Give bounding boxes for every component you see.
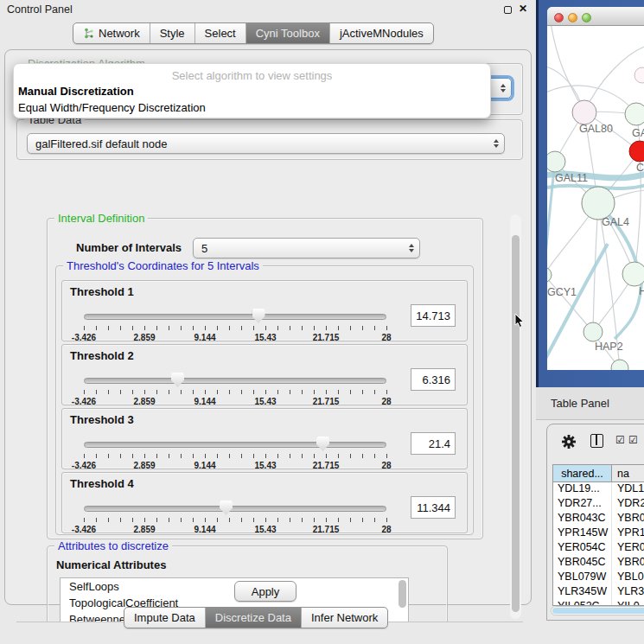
slider-track[interactable] (84, 314, 386, 320)
network-icon (83, 28, 94, 39)
gear-icon[interactable] (561, 434, 577, 450)
table-row[interactable]: YIL052CYIL0 (553, 600, 644, 606)
table-cell[interactable]: YLR345W (553, 585, 612, 600)
zoom-traffic-light-icon[interactable] (582, 13, 591, 22)
threshold-value-field[interactable] (411, 304, 456, 327)
slider-track[interactable] (84, 378, 386, 384)
list-scrollbar[interactable] (399, 580, 406, 608)
table-cell[interactable]: YBR0 (612, 556, 644, 571)
tab-discretize-data[interactable]: Discretize Data (205, 608, 301, 628)
group-title: Interval Definition (54, 213, 148, 225)
threshold-value-field[interactable] (411, 432, 456, 455)
slider-thumb[interactable] (316, 437, 329, 451)
column-layout-icon[interactable] (590, 434, 603, 448)
slider-tick-labels: -3.4262.8599.14415.4321.71528 (84, 333, 386, 343)
scrollbar-thumb[interactable] (552, 608, 644, 614)
table-row[interactable]: YER054CYER0 (553, 541, 644, 556)
table-cell[interactable]: YIL0 (612, 600, 644, 606)
network-node-red-node[interactable] (629, 141, 644, 162)
table-row[interactable]: YBR043CYBR0 (553, 512, 644, 526)
column-header-shared[interactable]: shared... (553, 465, 612, 481)
checkbox-icon[interactable]: ☑ (628, 434, 638, 446)
table-cell[interactable]: YBL079W (553, 571, 612, 585)
slider-thumb[interactable] (171, 373, 184, 387)
table-cell[interactable]: YBL0 (612, 571, 644, 585)
horizontal-scrollbar[interactable] (551, 606, 644, 615)
table-row[interactable]: YBL079WYBL0 (553, 571, 644, 585)
slider-track[interactable] (84, 506, 386, 512)
threshold-slider[interactable]: -3.4262.8599.14415.4321.71528 (81, 435, 389, 469)
table-row[interactable]: YDL19...YDL1 (553, 482, 644, 497)
network-node-GAL80[interactable] (572, 100, 596, 124)
table-cell[interactable]: YDR27... (553, 497, 612, 512)
network-window-titlebar[interactable] (547, 7, 644, 26)
apply-button[interactable]: Apply (234, 581, 296, 602)
threshold-slider[interactable]: -3.4262.8599.14415.4321.71528 (81, 371, 389, 405)
slider-tick-labels: -3.4262.8599.14415.4321.71528 (84, 397, 386, 407)
table-cell[interactable]: YER0 (612, 541, 644, 556)
tab-infer-network[interactable]: Infer Network (301, 608, 387, 628)
network-node-HAP2[interactable] (583, 322, 603, 341)
threshold-value-field[interactable] (411, 496, 456, 519)
close-traffic-light-icon[interactable] (554, 13, 564, 22)
combobox-stepper-icon (409, 244, 414, 252)
table-cell[interactable]: YDL19... (553, 482, 612, 497)
threshold-slider[interactable]: -3.4262.8599.14415.4321.71528 (81, 307, 389, 341)
float-window-icon[interactable] (504, 6, 512, 14)
tab-cyni-toolbox[interactable]: Cyni Toolbox (245, 23, 329, 43)
column-header-name[interactable]: na (612, 465, 644, 481)
table-cell[interactable]: YPR1 (612, 526, 644, 541)
network-node-GAL4[interactable] (582, 187, 615, 220)
scrollbar-thumb[interactable] (512, 235, 520, 612)
network-node-label: H (639, 285, 644, 297)
table-cell[interactable]: YER054C (553, 541, 612, 556)
network-node-GAL-partial[interactable] (625, 103, 644, 125)
table-cell[interactable]: YIL052C (553, 600, 612, 606)
minimize-traffic-light-icon[interactable] (568, 13, 577, 22)
threshold-value-field[interactable] (411, 368, 456, 391)
slider-ticks (84, 390, 386, 394)
group-title: Threshold's Coordinates for 5 Intervals (63, 259, 263, 272)
bottom-tab-bar: Impute DataDiscretize DataInfer Network (124, 607, 388, 628)
table-panel-titlebar: Table Panel (536, 387, 644, 420)
dropdown-option-manual[interactable]: Manual Discretization (14, 84, 490, 99)
table-cell[interactable]: YBR045C (553, 556, 612, 571)
dropdown-hint: Select algorithm to view settings (14, 69, 490, 82)
node-attribute-table: shared... na YDL19...YDL1YDR27...YDR2YBR… (552, 464, 644, 606)
slider-thumb[interactable] (220, 501, 233, 515)
checkbox-icon[interactable]: ☑ (615, 434, 625, 446)
dropdown-option-equal-width[interactable]: Equal Width/Frequency Discretization (14, 100, 490, 115)
slider-thumb[interactable] (252, 309, 265, 323)
tab-style[interactable]: Style (150, 23, 194, 43)
numerical-attributes-label: Numerical Attributes (56, 558, 166, 571)
tab-jactivemnodules[interactable]: jActiveMNodules (329, 23, 433, 43)
num-intervals-combobox[interactable]: 5 (193, 238, 420, 258)
vertical-scrollbar[interactable] (510, 214, 521, 619)
table-row[interactable]: YDR27...YDR2 (553, 497, 644, 512)
table-row[interactable]: YLR345WYLR3 (553, 585, 644, 600)
table-cell[interactable]: YBR043C (553, 512, 612, 526)
table-cell[interactable]: YBR0 (612, 512, 644, 526)
table-cell[interactable]: YDL1 (612, 482, 644, 497)
num-intervals-value: 5 (201, 242, 409, 255)
table-cell[interactable]: YDR2 (612, 497, 644, 512)
table-data-combobox[interactable]: galFiltered.sif default node (27, 133, 505, 154)
slider-track[interactable] (84, 442, 386, 448)
close-icon[interactable]: ✕ (519, 3, 527, 15)
network-node-H-partial[interactable] (622, 262, 644, 286)
combobox-stepper-icon (501, 84, 506, 92)
table-cell[interactable]: YLR3 (612, 585, 644, 600)
table-cell[interactable]: YPR145W (553, 526, 612, 541)
threshold-3-box: Threshold 3-3.4262.8599.14415.4321.71528 (61, 408, 468, 469)
tab-network[interactable]: Network (73, 23, 150, 43)
network-node-top-faint[interactable] (634, 67, 644, 83)
tab-select[interactable]: Select (194, 23, 245, 43)
table-row[interactable]: YBR045CYBR0 (553, 556, 644, 571)
threshold-label: Threshold 3 (70, 413, 134, 426)
network-node-GAL11[interactable] (547, 151, 565, 172)
threshold-slider[interactable]: -3.4262.8599.14415.4321.71528 (81, 499, 389, 533)
table-row[interactable]: YPR145WYPR1 (553, 526, 644, 541)
tab-impute-data[interactable]: Impute Data (124, 608, 205, 628)
network-node-GCY1[interactable] (547, 267, 552, 283)
network-canvas[interactable]: GAL80GACGAL11GAL4GCY1HHAP2 (547, 26, 644, 370)
